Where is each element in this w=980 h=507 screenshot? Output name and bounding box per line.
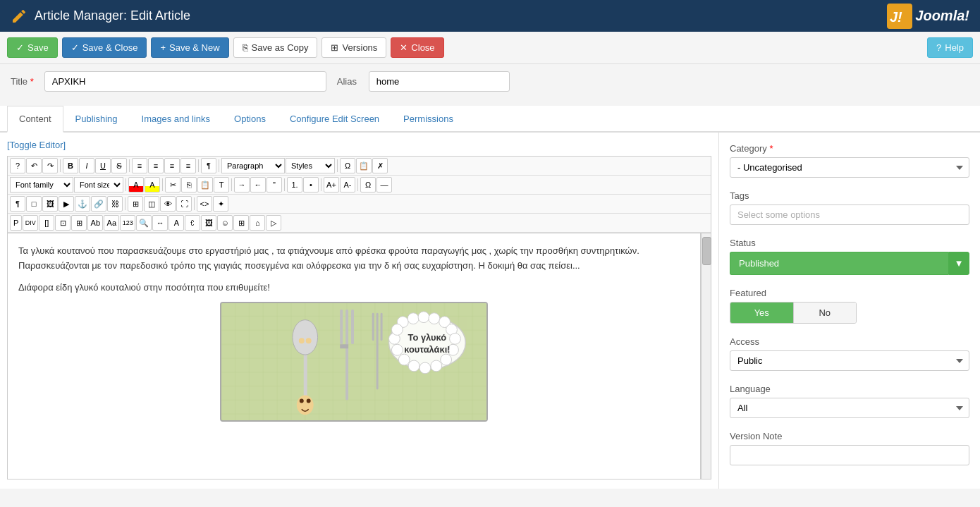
- ed-nonbreaking-btn[interactable]: ¶: [201, 158, 216, 173]
- ed-search-btn[interactable]: 🔍: [136, 215, 152, 231]
- ed-copy-btn[interactable]: ⎘: [181, 177, 197, 193]
- ed-highlight-btn[interactable]: A: [145, 177, 160, 193]
- ed-fontcolor-btn[interactable]: A: [128, 177, 144, 193]
- ed-smaller-btn[interactable]: A-: [340, 177, 355, 193]
- close-button[interactable]: ✕ Close: [391, 37, 443, 58]
- ed-block-btn[interactable]: □: [26, 196, 42, 212]
- ed-outdent-btn[interactable]: ←: [250, 177, 266, 193]
- ed-tags-btn[interactable]: ⌂: [250, 215, 265, 231]
- sep7: [162, 178, 163, 191]
- svg-point-11: [299, 338, 305, 344]
- category-field: Category * - Uncategorised: [730, 143, 969, 178]
- tab-publishing[interactable]: Publishing: [63, 106, 130, 132]
- ed-readmore-btn[interactable]: ▷: [266, 215, 281, 231]
- toggle-editor[interactable]: [Toggle Editor]: [7, 140, 711, 150]
- alias-input[interactable]: [369, 71, 510, 92]
- font-size-select[interactable]: Font size: [74, 177, 123, 193]
- versions-button[interactable]: ⊞ Versions: [321, 37, 386, 58]
- save-button[interactable]: ✓ Save: [7, 37, 58, 58]
- ed-span-btn[interactable]: []: [39, 215, 54, 231]
- ed-paste-btn[interactable]: 📋: [356, 158, 372, 173]
- ed-italic-btn[interactable]: I: [79, 158, 94, 173]
- ed-p-btn[interactable]: P: [10, 215, 22, 231]
- ed-num-btn[interactable]: 123: [120, 215, 135, 231]
- ed-charmap-btn[interactable]: Aa: [104, 215, 119, 231]
- ed-bold-btn[interactable]: B: [63, 158, 78, 173]
- ed-cleanup-btn[interactable]: ✦: [213, 196, 228, 212]
- ed-anchor-btn[interactable]: ⚓: [75, 196, 90, 212]
- ed-cap-btn[interactable]: Ꞓ: [185, 215, 200, 231]
- access-select[interactable]: Public: [730, 350, 969, 371]
- paragraph-select[interactable]: Paragraph: [221, 158, 285, 173]
- featured-yes-button[interactable]: Yes: [730, 303, 793, 323]
- ed-fields-btn[interactable]: ⊞: [233, 215, 249, 231]
- status-button[interactable]: Published: [730, 252, 948, 275]
- ed-pastetext-btn[interactable]: T: [214, 177, 229, 193]
- ed-smiley-btn[interactable]: ☺: [217, 215, 233, 231]
- ed-underline-btn[interactable]: U: [95, 158, 111, 173]
- ed-strike-btn[interactable]: S: [111, 158, 127, 173]
- ed-abbr-btn[interactable]: Ab: [87, 215, 103, 231]
- tab-configure[interactable]: Configure Edit Screen: [278, 106, 391, 132]
- version-note-input[interactable]: [730, 445, 969, 465]
- ed-ol-btn[interactable]: 1.: [287, 177, 302, 193]
- ed-indent-btn[interactable]: →: [234, 177, 250, 193]
- ed-para-btn[interactable]: ¶: [10, 196, 25, 212]
- ed-help-btn[interactable]: ?: [10, 158, 25, 173]
- ed-table-btn[interactable]: ⊞: [128, 196, 143, 212]
- ed-media-btn[interactable]: ▶: [59, 196, 74, 212]
- status-dropdown-button[interactable]: ▼: [948, 252, 969, 275]
- ed-blockquote-btn[interactable]: ": [267, 177, 282, 193]
- ed-visual-btn[interactable]: ◫: [144, 196, 159, 212]
- editor-scrollbar[interactable]: [701, 233, 711, 479]
- ed-special2-btn[interactable]: A: [169, 215, 184, 231]
- editor-content-area: Τα γλυκά κουτανού που παρασκευάζουμε στο…: [7, 233, 711, 479]
- ed-hr-btn[interactable]: —: [376, 177, 392, 193]
- ed-preview-btn[interactable]: 👁: [160, 196, 176, 212]
- tab-content[interactable]: Content: [7, 106, 63, 133]
- ed-align-left-btn[interactable]: ≡: [132, 158, 147, 173]
- ed-unlink-btn[interactable]: ⛓: [107, 196, 123, 212]
- ed-align-center-btn[interactable]: ≡: [148, 158, 164, 173]
- save-close-label: Save & Close: [82, 42, 138, 53]
- ed-code-btn[interactable]: <>: [197, 196, 212, 212]
- ed-paste2-btn[interactable]: 📋: [197, 177, 213, 193]
- ed-sel2-btn[interactable]: ⊞: [71, 215, 87, 231]
- ed-ul-btn[interactable]: •: [303, 177, 319, 193]
- sep5: [337, 159, 338, 172]
- ed-image-btn[interactable]: 🖼: [42, 196, 58, 212]
- title-input[interactable]: [44, 71, 326, 92]
- ed-fullscreen-btn[interactable]: ⛶: [176, 196, 192, 212]
- styles-select[interactable]: Styles: [286, 158, 335, 173]
- ed-sel1-btn[interactable]: ⊡: [55, 215, 71, 231]
- tab-options[interactable]: Options: [222, 106, 278, 132]
- ed-remove-btn[interactable]: ✗: [372, 158, 388, 173]
- tags-input[interactable]: Select some options: [730, 204, 969, 225]
- ed-bigger-btn[interactable]: A+: [324, 177, 339, 193]
- save-close-button[interactable]: ✓ Save & Close: [62, 37, 147, 58]
- help-icon: ?: [936, 42, 941, 53]
- ed-div-btn[interactable]: DIV: [23, 215, 38, 231]
- ed-undo-btn[interactable]: ↶: [26, 158, 42, 173]
- help-button[interactable]: ? Help: [927, 37, 973, 58]
- close-icon: ✕: [400, 42, 408, 53]
- font-family-select[interactable]: Font family: [10, 177, 73, 193]
- ed-img2-btn[interactable]: 🖼: [201, 215, 216, 231]
- ed-cut-btn[interactable]: ✂: [165, 177, 180, 193]
- ed-charcodes-btn[interactable]: Ω: [340, 158, 355, 173]
- featured-no-button[interactable]: No: [793, 303, 857, 323]
- language-select[interactable]: All: [730, 398, 969, 418]
- ed-redo-btn[interactable]: ↷: [42, 158, 58, 173]
- ed-special-btn[interactable]: Ω: [360, 177, 376, 193]
- tab-permissions[interactable]: Permissions: [391, 106, 465, 132]
- ed-link-btn[interactable]: 🔗: [91, 196, 106, 212]
- ed-align-right-btn[interactable]: ≡: [164, 158, 180, 173]
- ed-arrows-btn[interactable]: ↔: [152, 215, 168, 231]
- editor-body[interactable]: Τα γλυκά κουτανού που παρασκευάζουμε στο…: [7, 233, 701, 479]
- save-copy-button[interactable]: ⎘ Save as Copy: [233, 37, 318, 58]
- category-select[interactable]: - Uncategorised: [730, 157, 969, 178]
- category-label: Category *: [730, 143, 969, 154]
- save-new-button[interactable]: + Save & New: [151, 37, 228, 58]
- tab-images[interactable]: Images and links: [130, 106, 223, 132]
- ed-align-justify-btn[interactable]: ≡: [180, 158, 196, 173]
